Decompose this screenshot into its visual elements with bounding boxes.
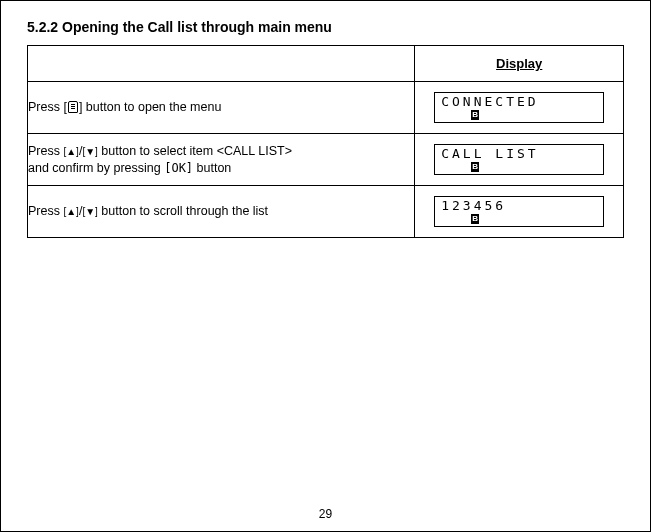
action-text: Press — [28, 204, 63, 218]
table-row: Press [▲]/[▼] button to select item <CAL… — [28, 134, 624, 186]
instruction-table: Display Press [] button to open the menu… — [27, 45, 624, 238]
lcd-bt-row: B — [471, 162, 597, 172]
table-row: Press [▲]/[▼] button to scroll through t… — [28, 186, 624, 238]
action-cell: Press [] button to open the menu — [28, 82, 415, 134]
up-arrow-icon: [▲] — [63, 206, 78, 217]
lcd-text: 123456 — [441, 198, 506, 213]
display-cell: 123456 B — [415, 186, 624, 238]
manual-page: 5.2.2 Opening the Call list through main… — [0, 0, 651, 532]
action-text: Press — [28, 144, 63, 158]
action-text: ] button to open the menu — [79, 100, 221, 114]
up-arrow-icon: [▲] — [63, 146, 78, 157]
lcd-text: CONNECTED — [441, 94, 538, 109]
display-header: Display — [415, 46, 624, 82]
page-number: 29 — [1, 507, 650, 521]
section-heading: 5.2.2 Opening the Call list through main… — [27, 19, 624, 35]
menu-icon — [68, 101, 78, 113]
lcd-display: CALL LIST B — [434, 144, 604, 175]
down-arrow-icon: [▼] — [82, 146, 97, 157]
action-text: Press [ — [28, 100, 67, 114]
table-header-row: Display — [28, 46, 624, 82]
action-text: and confirm by pressing — [28, 161, 164, 175]
action-cell: Press [▲]/[▼] button to select item <CAL… — [28, 134, 415, 186]
header-empty — [28, 46, 415, 82]
down-arrow-icon: [▼] — [82, 206, 97, 217]
bluetooth-icon: B — [471, 110, 479, 120]
ok-button-label: [OK] — [164, 161, 193, 175]
display-cell: CALL LIST B — [415, 134, 624, 186]
action-text: button to select item <CALL LIST> — [98, 144, 292, 158]
display-cell: CONNECTED B — [415, 82, 624, 134]
action-cell: Press [▲]/[▼] button to scroll through t… — [28, 186, 415, 238]
table-row: Press [] button to open the menu CONNECT… — [28, 82, 624, 134]
lcd-text: CALL LIST — [441, 146, 538, 161]
bluetooth-icon: B — [471, 214, 479, 224]
lcd-bt-row: B — [471, 110, 597, 120]
action-text: button to scroll through the list — [98, 204, 268, 218]
lcd-display: 123456 B — [434, 196, 604, 227]
lcd-bt-row: B — [471, 214, 597, 224]
lcd-display: CONNECTED B — [434, 92, 604, 123]
bluetooth-icon: B — [471, 162, 479, 172]
action-text: button — [193, 161, 231, 175]
